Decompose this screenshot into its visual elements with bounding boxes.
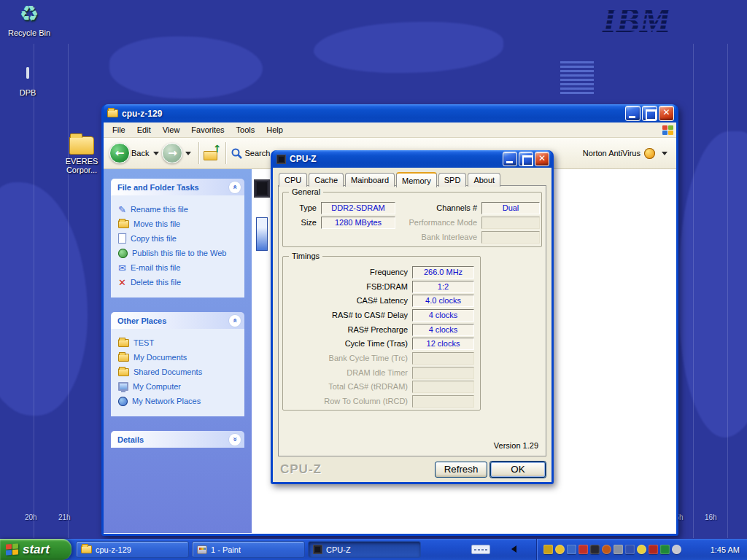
row-to-column-label: Row To Column (tRCD) [286,397,412,405]
file-icon[interactable] [256,217,268,251]
tray-icon[interactable] [578,545,588,554]
minimize-button[interactable] [625,106,640,121]
task-publish-to-web[interactable]: Publish this file to the Web [118,247,241,259]
back-button-label[interactable]: Back [131,149,149,158]
place-my-computer[interactable]: My Computer [118,381,241,392]
delete-icon [118,277,126,288]
hidden-icons-chevron-icon[interactable] [511,545,516,553]
close-button[interactable] [535,152,549,166]
place-shared-documents[interactable]: Shared Documents [118,366,241,378]
cpuz-file-icon[interactable] [254,179,270,198]
task-email-this-file[interactable]: E-mail this file [118,262,241,273]
tray-icon[interactable] [567,545,576,554]
copy-icon [118,233,126,244]
cpuz-dialog: CPU-Z CPU Cache Mainboard Memory SPD Abo… [271,150,554,484]
place-my-network-places[interactable]: My Network Places [118,395,241,407]
close-button[interactable] [659,106,674,121]
tab-mainboard[interactable]: Mainboard [345,173,395,187]
search-icon[interactable] [231,147,243,160]
panel-title: Other Places [117,316,166,325]
tray-icon[interactable] [602,545,611,554]
taskbar-item-cpu-z-129[interactable]: cpu-z-129 [76,541,189,558]
tray-icon[interactable] [660,545,670,554]
menu-help[interactable]: Help [260,124,289,136]
taskbar-toolbar-grip[interactable] [471,545,490,554]
task-delete-this-file[interactable]: Delete this file [118,276,241,288]
task-copy-this-file[interactable]: Copy this file [118,233,241,244]
size-label: Size [290,217,317,229]
wallpaper-meridian-line [693,44,694,538]
minimize-button[interactable] [503,152,517,166]
start-button[interactable]: start [0,539,71,560]
tray-icon[interactable] [637,545,646,554]
fsb-dram-value: 1:2 [412,281,474,293]
tray-icon[interactable] [614,545,623,554]
row-to-column-value [412,395,474,408]
desktop-icon-dpb[interactable]: DPB [6,61,50,97]
tab-spd[interactable]: SPD [438,173,467,187]
menu-favorites[interactable]: Favorites [185,124,230,136]
groupbox-title: General [289,187,323,196]
search-button-label[interactable]: Search [244,149,270,158]
chevron-down-icon[interactable] [229,434,241,446]
forward-button[interactable] [162,143,182,163]
explorer-titlebar[interactable]: cpu-z-129 [104,104,676,122]
taskbar-item-paint[interactable]: 1 - Paint [192,541,305,558]
cpu-chip-icon [313,545,322,554]
frequency-value: 266.0 MHz [412,266,474,279]
menu-view[interactable]: View [157,124,186,136]
details-panel-header[interactable]: Details [111,431,244,448]
web-globe-icon [118,249,128,258]
tab-cache[interactable]: Cache [309,173,344,187]
move-folder-icon [118,220,129,228]
other-places-panel-header[interactable]: Other Places [111,312,244,329]
other-places-panel: Other Places TEST My Documents [111,312,244,416]
ras-precharge-value: 4 clocks [412,324,474,336]
tray-icon[interactable] [625,545,635,554]
norton-antivirus-button[interactable]: Norton AntiVirus [583,138,670,168]
performance-mode-value [481,217,540,229]
task-rename-this-file[interactable]: Rename this file [118,203,241,215]
forward-dropdown-arrow-icon[interactable] [185,152,191,155]
cpuz-titlebar[interactable]: CPU-Z [273,150,551,168]
channels-label: Channels # [423,202,477,214]
memory-tab-page: General Type DDR2-SDRAM Size 1280 MBytes… [278,185,546,456]
tray-icon[interactable] [649,545,658,554]
norton-dropdown-arrow-icon[interactable] [662,152,667,155]
file-tasks-panel-header[interactable]: File and Folder Tasks [111,179,244,195]
up-button[interactable] [204,146,221,160]
menu-edit[interactable]: Edit [131,124,157,136]
toolbar-separator [225,142,226,164]
tray-icon[interactable] [555,545,565,554]
desktop-icon-everes[interactable]: EVERES Corpor... [61,130,102,174]
tab-about[interactable]: About [468,173,500,187]
tab-memory[interactable]: Memory [396,172,437,187]
refresh-button[interactable]: Refresh [435,462,487,478]
chevron-up-icon[interactable] [229,182,241,193]
laptop-icon [17,69,39,86]
place-my-documents[interactable]: My Documents [118,351,241,363]
back-button[interactable] [109,143,130,163]
tray-icon[interactable] [590,545,600,554]
place-test[interactable]: TEST [118,337,241,349]
desktop-icon-recycle-bin[interactable]: Recycle Bin [6,1,53,37]
menu-tools[interactable]: Tools [231,124,261,136]
groupbox-title: Timings [289,252,322,260]
tab-cpu[interactable]: CPU [279,173,307,187]
network-globe-icon [118,397,128,406]
bank-interleave-value [481,231,540,244]
maximize-button[interactable] [519,152,533,166]
tray-icon[interactable] [543,545,553,554]
tray-icon[interactable] [672,545,681,554]
task-move-this-file[interactable]: Move this file [118,218,241,230]
panel-title: File and Folder Tasks [117,183,199,192]
menu-file[interactable]: File [107,124,131,136]
back-dropdown-arrow-icon[interactable] [153,152,159,155]
wallpaper-map-shape [678,131,747,438]
chevron-up-icon[interactable] [229,315,241,327]
taskbar-item-cpuz[interactable]: CPU-Z [308,541,421,558]
cycle-time-label: Cycle Time (Tras) [286,339,412,348]
maximize-button[interactable] [642,106,657,121]
folder-icon [107,109,118,117]
ok-button[interactable]: OK [490,462,546,478]
